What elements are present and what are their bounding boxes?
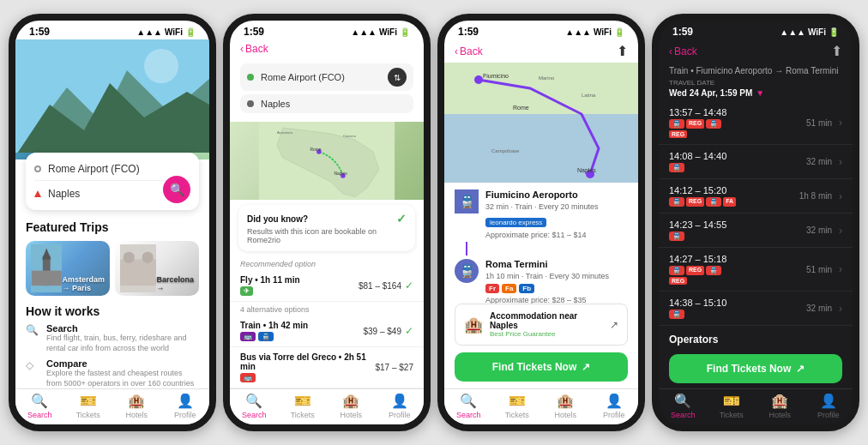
step-compare-desc: Explore the fastest and cheapest routes … — [46, 369, 199, 388]
svg-rect-10 — [124, 252, 135, 263]
schedule-row-4[interactable]: 14:27 – 15:18 🚆 REG 🚆 REG 51 min › — [659, 248, 853, 292]
nav-profile-4[interactable]: 👤 Profile — [805, 393, 853, 419]
route-option-fly[interactable]: Fly • 1h 11 min ✈ $81 – $164 ✓ — [230, 270, 424, 302]
nav-search-3[interactable]: 🔍 Search — [444, 393, 493, 419]
phone1-body: Featured Trips Amsterdam → Paris — [15, 210, 209, 388]
nav-tickets-3[interactable]: 🎫 Tickets — [493, 393, 542, 419]
share-button-3[interactable]: ⬆ — [617, 43, 628, 59]
sched-badge-train-4: 🚆 — [669, 232, 684, 241]
origin-row[interactable]: Rome Airport (FCO) — [34, 159, 190, 181]
hero-svg — [15, 39, 209, 153]
fr-badge: Fr — [485, 284, 499, 293]
route-inputs-2: Rome Airport (FCO) ⇅ Naples — [230, 58, 424, 122]
back-header-2: ‹ Back — [230, 39, 424, 58]
sched-depart-5: 14:38 – 15:10 — [669, 298, 738, 308]
find-tickets-label-3: Find Tickets Now — [492, 361, 576, 373]
dest-row[interactable]: Naples 🔍 — [34, 184, 190, 203]
schedule-row-5[interactable]: 14:38 – 15:10 🚆 32 min › — [659, 292, 853, 326]
nav-tickets-4[interactable]: 🎫 Tickets — [708, 393, 756, 419]
schedule-row-2[interactable]: 14:12 – 15:20 🚆 REG 🚆 FA 1h 8 min › — [659, 179, 853, 213]
sched-badge-train-5: 🚆 — [669, 266, 684, 275]
bottom-nav-4: 🔍 Search 🎫 Tickets 🏨 Hotels 👤 Profile — [659, 388, 853, 424]
nav-hotels-label-2: Hotels — [340, 411, 362, 419]
sched-duration-0: 51 min — [806, 118, 832, 128]
sched-badge-train-2: 🚆 — [669, 197, 684, 207]
dyk-header: Did you know? ✓ — [247, 212, 407, 226]
trip-barcelona[interactable]: Barcelona → — [115, 241, 199, 296]
back-button-3[interactable]: ‹ Back — [455, 45, 483, 57]
profile-nav-icon: 👤 — [177, 393, 194, 409]
nav-tickets-label: Tickets — [76, 411, 100, 419]
status-bar-2: 1:59 ▲▲▲ WiFi 🔋 — [230, 21, 424, 39]
svg-text:Cassino: Cassino — [343, 134, 357, 138]
search-nav-icon-3: 🔍 — [460, 393, 477, 409]
accom-icon: 🏨 — [464, 316, 483, 334]
origin-input-2[interactable]: Rome Airport (FCO) ⇅ — [240, 63, 413, 91]
route-line-1 — [466, 242, 467, 256]
nav-hotels-4[interactable]: 🏨 Hotels — [756, 393, 805, 419]
route-option-train[interactable]: Train • 1h 42 min 🚌 🚆 $39 – $49 ✓ — [230, 316, 424, 347]
nav-search-4[interactable]: 🔍 Search — [659, 393, 708, 419]
tickets-nav-icon: 🎫 — [80, 393, 97, 409]
time-4: 1:59 — [672, 26, 693, 38]
stop-icon-roma: 🚆 — [455, 259, 479, 283]
date-dropdown-icon[interactable]: ▼ — [756, 88, 764, 98]
profile-nav-icon-3: 👤 — [606, 393, 623, 409]
bottom-nav-3: 🔍 Search 🎫 Tickets 🏨 Hotels 👤 Profile — [444, 388, 638, 424]
nav-profile-1[interactable]: 👤 Profile — [161, 393, 210, 419]
search-step-icon: 🔍 — [26, 324, 39, 338]
schedule-row-0[interactable]: 13:57 – 14:48 🚆 REG 🚆 REG 51 min › — [659, 101, 853, 145]
fb-badge: Fb — [519, 284, 534, 293]
nav-search-2[interactable]: 🔍 Search — [230, 393, 279, 419]
sched-times-3: 14:23 – 14:55 🚆 — [669, 219, 738, 241]
back-button-2[interactable]: ‹ Back — [240, 43, 268, 55]
stop-name-fiumicino: Fiumicino Aeroporto — [485, 189, 628, 200]
accommodation-card[interactable]: 🏨 Accommodation near Naples Best Price G… — [455, 304, 628, 346]
barcelona-svg — [120, 244, 156, 292]
fly-price: $81 – $164 — [359, 281, 401, 291]
trip-amsterdam-paris[interactable]: Amsterdam → Paris — [26, 241, 110, 296]
schedule-row-3[interactable]: 14:23 – 14:55 🚆 32 min › — [659, 213, 853, 248]
swap-button[interactable]: ⇅ — [388, 68, 407, 87]
leonardo-badge: leonardo express — [485, 218, 546, 227]
nav-profile-2[interactable]: 👤 Profile — [376, 393, 425, 419]
schedule-row-1[interactable]: 14:08 – 14:40 🚆 32 min › — [659, 145, 853, 179]
fly-check-icon: ✓ — [405, 280, 413, 292]
sched-duration-3: 32 min — [806, 226, 832, 235]
svg-text:Avezzano: Avezzano — [277, 130, 293, 135]
reg-badge-2: REG — [669, 130, 687, 138]
hero-bg — [15, 39, 209, 159]
train-option-info: Train • 1h 42 min 🚌 🚆 — [240, 321, 364, 341]
nav-tickets-1[interactable]: 🎫 Tickets — [64, 393, 113, 419]
train-route-title: Train • Fiumicino Aeroporto → Roma Termi… — [669, 66, 842, 75]
sched-arrow-5: › — [839, 303, 842, 315]
hero-image — [15, 39, 209, 159]
share-button-4[interactable]: ⬆ — [831, 43, 842, 59]
nav-hotels-1[interactable]: 🏨 Hotels — [112, 393, 161, 419]
sched-times-1: 14:08 – 14:40 🚆 — [669, 151, 738, 172]
nav-search-1[interactable]: 🔍 Search — [15, 393, 64, 419]
nav-hotels-3[interactable]: 🏨 Hotels — [541, 393, 590, 419]
nav-hotels-2[interactable]: 🏨 Hotels — [327, 393, 376, 419]
time-1: 1:59 — [29, 26, 50, 38]
back-button-4[interactable]: ‹ Back — [669, 45, 697, 57]
tickets-nav-icon-2: 🎫 — [294, 393, 311, 409]
status-icons-2: ▲▲▲ WiFi 🔋 — [351, 27, 410, 37]
nav-profile-3[interactable]: 👤 Profile — [590, 393, 639, 419]
find-tickets-button-3[interactable]: Find Tickets Now ↗ — [455, 352, 628, 382]
step-search-desc: Find flight, train, bus, ferry, rideshar… — [46, 334, 199, 353]
dest-input-2[interactable]: Naples — [240, 94, 413, 113]
nav-tickets-label-2: Tickets — [291, 411, 315, 419]
find-tickets-label-4: Find Tickets Now — [707, 363, 791, 375]
svg-text:Latina: Latina — [582, 93, 596, 98]
search-button[interactable]: 🔍 — [163, 176, 190, 203]
find-tickets-button-4[interactable]: Find Tickets Now ↗ — [669, 354, 842, 383]
map-area-3: Fiumicino Naples Rome Marino Latina Camp… — [444, 63, 638, 183]
bus-badge: 🚌 — [240, 373, 256, 382]
signal-icon-2: ▲▲▲ — [351, 27, 377, 37]
search-nav-icon: 🔍 — [31, 393, 48, 409]
travel-date-value-row: Wed 24 Apr, 1:59 PM ▼ — [669, 88, 842, 98]
nav-tickets-2[interactable]: 🎫 Tickets — [279, 393, 328, 419]
route-option-bus[interactable]: Bus via Torre del Greco • 2h 51 min 🚌 $1… — [230, 347, 424, 388]
sched-arrow-4: › — [839, 263, 842, 275]
